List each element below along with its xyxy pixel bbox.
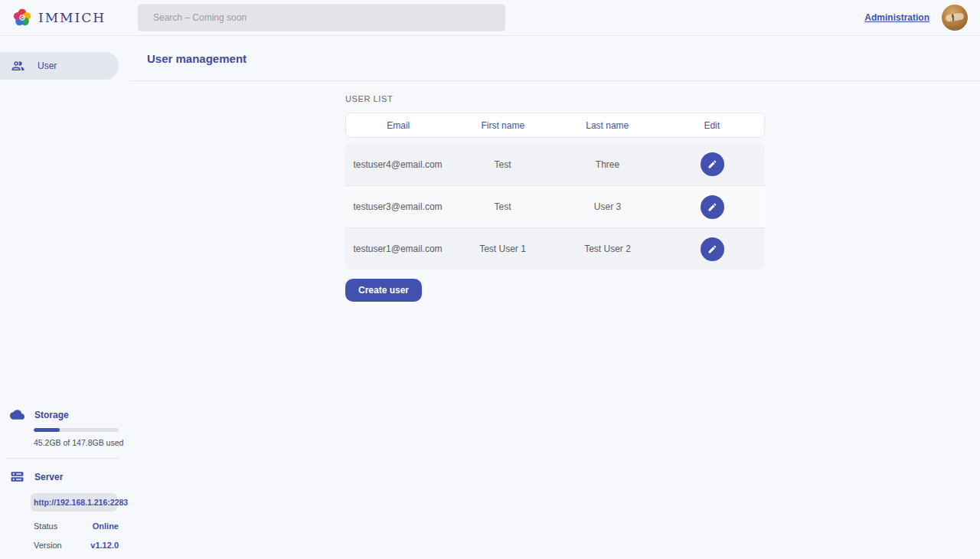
page-title: User management <box>147 52 247 65</box>
cell-first-name: Test <box>450 201 555 212</box>
content-header: User management <box>130 36 980 81</box>
sidebar-bottom: Storage 45.2GB of 147.8GB used <box>0 407 130 550</box>
column-header-email: Email <box>346 120 451 131</box>
sidebar-divider <box>6 458 119 459</box>
administration-link[interactable]: Administration <box>864 12 929 23</box>
search-input[interactable] <box>138 4 505 31</box>
version-value: v1.12.0 <box>90 541 119 550</box>
server-icon <box>10 469 24 484</box>
immich-logo-icon <box>12 8 32 28</box>
sidebar-item-user[interactable]: User <box>0 52 119 80</box>
server-url-badge: http://192.168.1.216:2283 <box>31 493 117 512</box>
cloud-icon <box>10 407 24 422</box>
user-table-header: Email First name Last name Edit <box>345 113 765 138</box>
version-label: Version <box>34 541 62 550</box>
cell-email: testuser1@email.com <box>345 244 450 254</box>
server-status-row: Status Online <box>34 521 119 531</box>
server-widget: Server http://192.168.1.216:2283 Status … <box>0 469 130 550</box>
status-value: Online <box>93 521 119 531</box>
brand[interactable]: IMMICH <box>0 8 138 28</box>
user-avatar[interactable] <box>942 5 968 31</box>
table-row: testuser4@email.com Test Three <box>345 143 765 185</box>
content: User management USER LIST Email First na… <box>130 36 980 559</box>
pencil-icon <box>707 244 717 254</box>
pencil-icon <box>707 159 717 169</box>
column-header-edit: Edit <box>660 120 765 131</box>
cell-email: testuser3@email.com <box>345 201 450 212</box>
content-main: USER LIST Email First name Last name Edi… <box>130 81 980 302</box>
server-version-row: Version v1.12.0 <box>34 541 119 550</box>
pencil-icon <box>707 202 717 212</box>
users-icon <box>11 59 25 74</box>
cell-last-name: Three <box>555 159 660 170</box>
storage-progress <box>34 428 119 432</box>
search-bar <box>138 4 505 31</box>
server-title: Server <box>34 472 63 482</box>
edit-user-button[interactable] <box>701 195 724 219</box>
storage-progress-fill <box>34 428 60 432</box>
storage-usage-text: 45.2GB of 147.8GB used <box>34 438 130 447</box>
topbar-right: Administration <box>864 5 980 31</box>
cell-last-name: User 3 <box>555 201 660 212</box>
cell-last-name: Test User 2 <box>555 244 660 254</box>
top-bar: IMMICH Administration <box>0 0 980 36</box>
sidebar: User Storage 45.2GB of 147.8GB used <box>0 36 130 559</box>
table-row: testuser3@email.com Test User 3 <box>345 185 765 227</box>
column-header-first-name: First name <box>451 120 556 131</box>
user-list-label: USER LIST <box>345 94 765 103</box>
edit-user-button[interactable] <box>701 237 724 261</box>
create-user-button[interactable]: Create user <box>345 279 422 302</box>
cell-first-name: Test User 1 <box>450 244 555 254</box>
status-label: Status <box>34 521 57 531</box>
cell-email: testuser4@email.com <box>345 159 450 170</box>
table-row: testuser1@email.com Test User 1 Test Use… <box>345 227 765 270</box>
user-table: testuser4@email.com Test Three <box>345 143 765 270</box>
cell-first-name: Test <box>450 159 555 170</box>
storage-widget: Storage 45.2GB of 147.8GB used <box>0 407 130 447</box>
app-title: IMMICH <box>38 10 106 25</box>
edit-user-button[interactable] <box>701 152 724 176</box>
sidebar-item-label: User <box>38 60 57 71</box>
storage-title: Storage <box>34 410 69 420</box>
column-header-last-name: Last name <box>555 120 660 131</box>
